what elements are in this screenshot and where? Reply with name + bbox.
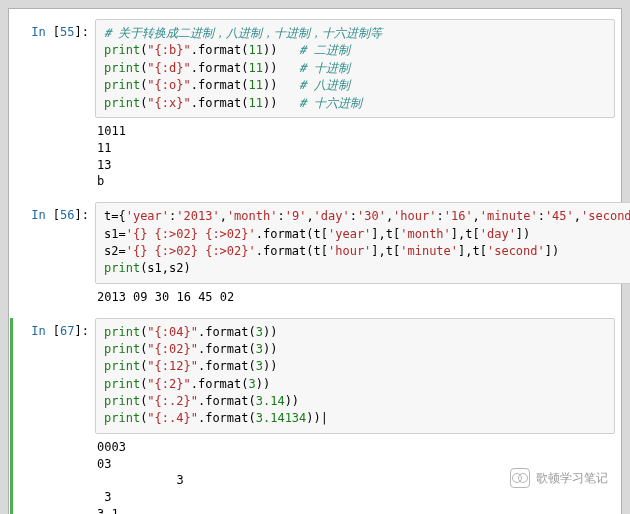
input-prompt: In [56]: <box>15 202 95 222</box>
code-input[interactable]: t={'year':'2013','month':'9','day':'30',… <box>95 202 630 284</box>
code-input[interactable]: # 关于转换成二进制，八进制，十进制，十六进制等 print("{:b}".fo… <box>95 19 615 118</box>
input-prompt: In [67]: <box>15 318 95 338</box>
watermark: 歌顿学习笔记 <box>510 468 608 488</box>
code-input[interactable]: print("{:04}".format(3)) print("{:02}".f… <box>95 318 615 434</box>
stdout-output: 2013 09 30 16 45 02 <box>89 284 615 308</box>
cell-56: In [56]: t={'year':'2013','month':'9','d… <box>15 202 615 307</box>
stdout-output: 1011 11 13 b <box>89 118 615 192</box>
wechat-icon <box>510 468 530 488</box>
notebook: In [55]: # 关于转换成二进制，八进制，十进制，十六进制等 print(… <box>8 8 622 514</box>
input-prompt: In [55]: <box>15 19 95 39</box>
watermark-text: 歌顿学习笔记 <box>536 470 608 487</box>
cell-55: In [55]: # 关于转换成二进制，八进制，十进制，十六进制等 print(… <box>15 19 615 192</box>
